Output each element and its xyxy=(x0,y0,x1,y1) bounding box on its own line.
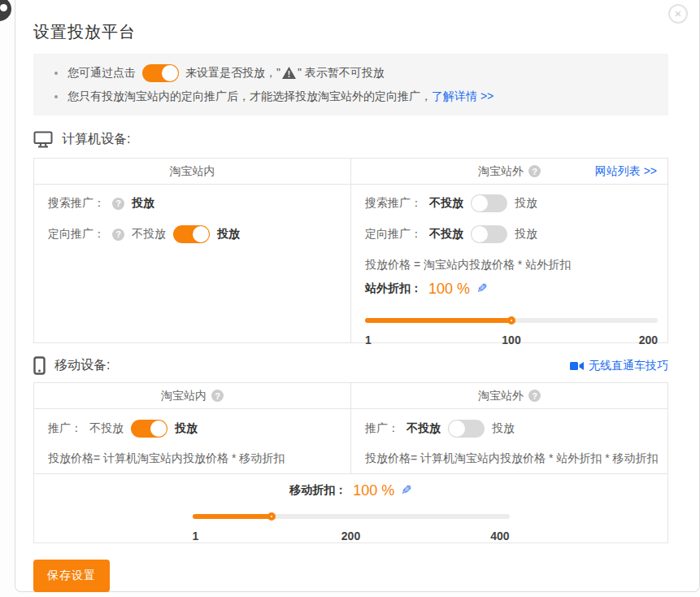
state-off-label: 不投放 xyxy=(429,227,463,242)
target-promo-toggle[interactable] xyxy=(471,225,507,243)
target-promo-row: 定向推广： 不投放 投放 xyxy=(365,219,667,250)
discount-value: 100 % xyxy=(353,482,394,499)
scale-min: 1 xyxy=(193,529,199,543)
note-line-2: 您只有投放淘宝站内的定向推广后，才能选择投放淘宝站外的定向推广， 了解详情 >> xyxy=(54,85,668,108)
mobile-discount-slider-area: 1 200 400 xyxy=(193,509,510,543)
header-taobao-inside: 淘宝站内 ? xyxy=(34,383,350,408)
mobile-discount-slider[interactable] xyxy=(193,509,510,524)
scale-mid: 100 xyxy=(502,333,520,346)
mobile-outside-toggle[interactable] xyxy=(448,420,485,438)
promo-row: 推广： 不投放 投放 xyxy=(48,414,350,443)
state-on-label: 投放 xyxy=(515,196,537,211)
note1-post: " 表示暂不可投放 xyxy=(298,66,385,81)
mobile-section-header: 移动设备: 无线直通车技巧 xyxy=(33,356,668,375)
scale-max: 400 xyxy=(490,529,509,543)
scale-max: 200 xyxy=(639,333,658,346)
state-off-label: 不投放 xyxy=(89,421,124,436)
state-on-label: 投放 xyxy=(217,227,240,242)
price-formula: 投放价格 = 淘宝站内投放价格 * 站外折扣 xyxy=(365,255,667,275)
note1-pre: 您可通过点击 xyxy=(67,66,136,81)
computer-inside-cell: 搜索推广： ? 投放 定向推广： ? 不投放 投放 xyxy=(34,185,350,342)
outside-discount-slider-area: 1 100 200 xyxy=(365,313,658,346)
note2-text: 您只有投放淘宝站内的定向推广后，才能选择投放淘宝站外的定向推广， xyxy=(67,89,432,104)
search-promo-row: 搜索推广： 不投放 投放 xyxy=(365,188,667,219)
sample-toggle[interactable] xyxy=(142,64,179,82)
svg-text:!: ! xyxy=(288,70,290,79)
mobile-inside-cell: 推广： 不投放 投放 投放价格= 计算机淘宝站内投放价格 * 移动折扣 xyxy=(34,409,350,473)
promo-row: 推广： 不投放 投放 xyxy=(365,414,667,443)
computer-section-header: 计算机设备: xyxy=(33,131,668,148)
computer-icon xyxy=(33,131,53,148)
outside-discount-slider[interactable] xyxy=(365,313,658,328)
mobile-inside-toggle[interactable] xyxy=(131,420,167,438)
note1-mid: 来设置是否投放，" xyxy=(185,66,280,81)
scale-mid: 200 xyxy=(341,529,360,543)
target-promo-label: 定向推广： xyxy=(365,227,422,242)
mobile-table-body: 推广： 不投放 投放 投放价格= 计算机淘宝站内投放价格 * 移动折扣 推广： … xyxy=(34,409,667,473)
computer-outside-cell: 搜索推广： 不投放 投放 定向推广： 不投放 投放 投放价格 = 淘宝站内投放价… xyxy=(350,185,667,342)
toggle-knob xyxy=(449,421,465,437)
mobile-table-header: 淘宝站内 ? 淘宝站外 ? xyxy=(34,383,667,409)
header-taobao-outside: 淘宝站外 ? 网站列表 >> xyxy=(350,159,667,184)
computer-table-header: 淘宝站内 淘宝站外 ? 网站列表 >> xyxy=(34,159,667,185)
price-formula: 投放价格= 计算机淘宝站内投放价格 * 站外折扣 * 移动折扣 xyxy=(365,449,667,468)
mobile-discount-panel: 移动折扣： 100 % ✎ 1 200 400 xyxy=(34,473,667,543)
target-promo-toggle[interactable] xyxy=(173,225,210,243)
header-taobao-inside: 淘宝站内 xyxy=(34,159,350,184)
mobile-table: 淘宝站内 ? 淘宝站外 ? 推广： 不投放 投放 投放价格= 计算机淘宝站内投 xyxy=(33,382,668,543)
price-formula: 投放价格= 计算机淘宝站内投放价格 * 移动折扣 xyxy=(48,449,350,468)
mobile-section-title: 移动设备: xyxy=(54,357,110,374)
bullet-dot xyxy=(54,95,58,98)
edit-icon[interactable]: ✎ xyxy=(401,484,411,497)
promo-label: 推广： xyxy=(365,421,399,436)
target-promo-row: 定向推广： ? 不投放 投放 xyxy=(48,219,350,250)
state-on-label: 投放 xyxy=(515,227,537,242)
computer-table-body: 搜索推广： ? 投放 定向推广： ? 不投放 投放 搜索推广： xyxy=(34,185,667,342)
header-taobao-outside: 淘宝站外 ? xyxy=(350,383,667,408)
scale-min: 1 xyxy=(365,333,372,346)
toggle-knob xyxy=(472,226,488,242)
mobile-icon xyxy=(33,356,46,375)
discount-label: 站外折扣： xyxy=(365,281,422,296)
slider-fill xyxy=(193,514,272,519)
promo-label: 推广： xyxy=(48,421,82,436)
toggle-knob xyxy=(150,421,167,437)
warning-icon: ! xyxy=(282,67,296,79)
page-title: 设置投放平台 xyxy=(33,21,668,43)
slider-scale: 1 100 200 xyxy=(365,333,658,346)
video-icon xyxy=(570,361,584,371)
close-button[interactable]: × xyxy=(668,4,688,24)
edit-icon[interactable]: ✎ xyxy=(476,282,487,295)
help-icon[interactable]: ? xyxy=(528,165,541,177)
slider-handle[interactable] xyxy=(267,512,276,521)
search-promo-label: 搜索推广： xyxy=(365,196,422,211)
mobile-outside-cell: 推广： 不投放 投放 投放价格= 计算机淘宝站内投放价格 * 站外折扣 * 移动… xyxy=(350,409,667,473)
note-line-1: 您可通过点击 来设置是否投放，" ! " 表示暂不可投放 xyxy=(54,61,668,85)
help-icon[interactable]: ? xyxy=(112,229,124,241)
help-icon[interactable]: ? xyxy=(211,390,224,402)
state-off-label: 不投放 xyxy=(429,196,463,211)
slider-scale: 1 200 400 xyxy=(193,529,510,543)
search-promo-label: 搜索推广： xyxy=(48,196,105,211)
learn-more-link[interactable]: 了解详情 >> xyxy=(432,89,493,104)
floating-widget[interactable] xyxy=(0,0,11,21)
slider-handle[interactable] xyxy=(507,316,515,325)
state-on-label: 投放 xyxy=(175,421,198,436)
state-on-label: 投放 xyxy=(492,421,515,436)
save-settings-button[interactable]: 保存设置 xyxy=(33,560,110,592)
bullet-dot xyxy=(54,72,58,75)
search-promo-state: 投放 xyxy=(132,196,154,211)
state-off-label: 不投放 xyxy=(132,227,166,242)
toggle-knob xyxy=(472,195,488,211)
close-icon: × xyxy=(675,7,682,20)
notes-panel: 您可通过点击 来设置是否投放，" ! " 表示暂不可投放 您只有投放淘宝站内的定… xyxy=(33,54,668,115)
outside-discount-row: 站外折扣： 100 % ✎ xyxy=(365,277,667,301)
help-icon[interactable]: ? xyxy=(528,390,541,402)
search-promo-toggle[interactable] xyxy=(471,194,507,212)
wireless-tips-label: 无线直通车技巧 xyxy=(589,359,668,373)
help-icon[interactable]: ? xyxy=(112,198,124,210)
computer-table: 淘宝站内 淘宝站外 ? 网站列表 >> 搜索推广： ? 投放 xyxy=(33,158,668,343)
site-list-link[interactable]: 网站列表 >> xyxy=(595,164,657,179)
discount-value: 100 % xyxy=(428,281,470,298)
wireless-tips-link[interactable]: 无线直通车技巧 xyxy=(570,359,668,373)
